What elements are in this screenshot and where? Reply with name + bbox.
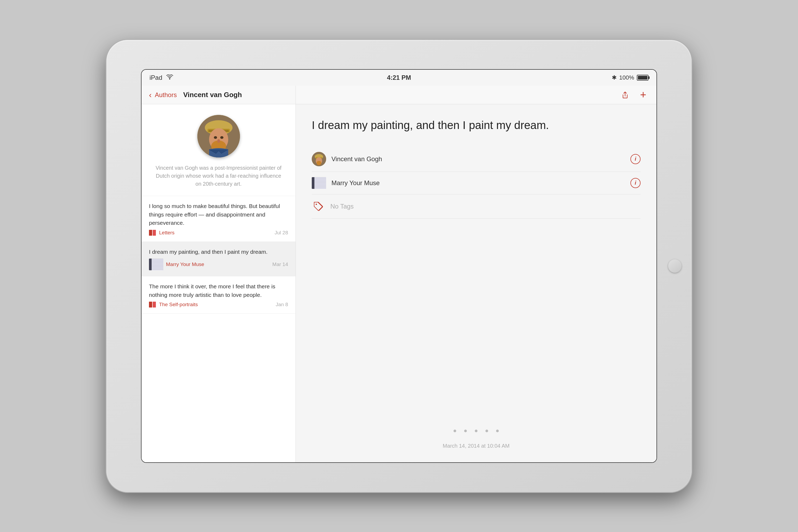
author-info-button[interactable]: i (630, 154, 641, 164)
status-left: iPad (150, 74, 173, 81)
source-label: Letters (159, 230, 174, 236)
breadcrumb-authors[interactable]: Authors (155, 91, 177, 99)
quote-date: Jul 28 (274, 230, 288, 236)
pagination-dot-3[interactable] (475, 430, 477, 432)
breadcrumb-current: Vincent van Gogh (183, 91, 242, 99)
svg-point-0 (169, 78, 170, 79)
main-area: ‹ Authors Vincent van Gogh (141, 86, 657, 462)
battery-fill (638, 76, 647, 79)
tag-icon (312, 200, 325, 213)
notebook-name-label: Marry Your Muse (331, 179, 380, 187)
pagination-dot-2[interactable] (464, 430, 467, 432)
svg-point-7 (214, 136, 217, 139)
author-bio: Vincent van Gogh was a post-Impressionis… (155, 164, 282, 188)
notebook-icon (149, 259, 163, 270)
battery-percent: 100% (619, 74, 634, 81)
notebook-info-row: Marry Your Muse i (312, 172, 641, 194)
wifi-icon (166, 75, 173, 81)
quote-meta: Marry Your Muse Mar 14 (149, 259, 288, 270)
left-panel: ‹ Authors Vincent van Gogh (141, 86, 296, 462)
quote-meta: Letters Jul 28 (149, 230, 288, 236)
ipad-device: iPad 4:21 PM ✱ 100% (107, 40, 691, 492)
book-icon (149, 230, 156, 236)
right-content: I dream my painting, and then I paint my… (296, 104, 657, 462)
ipad-screen: iPad 4:21 PM ✱ 100% (141, 69, 657, 463)
avatar (197, 115, 240, 157)
svg-point-15 (316, 204, 317, 205)
spacer (312, 218, 641, 422)
pagination-dot-1[interactable] (454, 430, 456, 432)
quote-text: I dream my painting, and then I paint my… (149, 248, 288, 256)
tags-row: No Tags (312, 194, 641, 218)
quote-date: Mar 14 (272, 262, 288, 267)
author-thumbnail (312, 152, 326, 166)
status-right: ✱ 100% (612, 74, 648, 81)
bluetooth-icon: ✱ (612, 74, 616, 81)
right-header: + (296, 86, 657, 104)
add-button[interactable]: + (637, 89, 649, 101)
pagination-dot-4[interactable] (486, 430, 488, 432)
book-icon (149, 302, 156, 307)
source-label: The Self-portraits (159, 302, 198, 307)
quote-meta: The Self-portraits Jan 8 (149, 302, 288, 307)
entry-timestamp: March 14, 2014 at 10:04 AM (312, 443, 641, 449)
pagination-dot-5[interactable] (496, 430, 499, 432)
device-label: iPad (150, 74, 162, 81)
no-tags-label: No Tags (330, 203, 354, 210)
quote-text: I long so much to make beautiful things.… (149, 202, 288, 227)
quote-text: The more I think it over, the more I fee… (149, 282, 288, 299)
svg-point-14 (317, 161, 321, 165)
main-quote-text: I dream my painting, and then I paint my… (312, 118, 641, 133)
home-button-area (668, 259, 682, 273)
status-time: 4:21 PM (387, 74, 411, 81)
author-row-left: Vincent van Gogh (312, 152, 382, 166)
list-item[interactable]: I dream my painting, and then I paint my… (141, 242, 296, 277)
back-chevron-icon: ‹ (149, 91, 152, 99)
quote-list: I long so much to make beautiful things.… (141, 196, 296, 462)
right-panel: + I dream my painting, and then I paint … (296, 86, 657, 462)
svg-point-8 (220, 136, 224, 139)
status-bar: iPad 4:21 PM ✱ 100% (141, 70, 657, 86)
share-button[interactable] (619, 89, 631, 101)
notebook-thumbnail (312, 177, 326, 189)
home-button[interactable] (668, 259, 682, 273)
author-info-row: Vincent van Gogh i (312, 147, 641, 172)
svg-point-9 (217, 139, 220, 143)
author-profile: Vincent van Gogh was a post-Impressionis… (141, 104, 296, 196)
notebook-info-button[interactable]: i (630, 178, 641, 188)
source-label: Marry Your Muse (166, 262, 204, 267)
quote-source[interactable]: The Self-portraits (149, 302, 198, 307)
quote-source[interactable]: Letters (149, 230, 174, 236)
battery-icon (637, 75, 648, 81)
quote-source[interactable]: Marry Your Muse (149, 259, 204, 270)
list-item[interactable]: The more I think it over, the more I fee… (141, 277, 296, 314)
list-item[interactable]: I long so much to make beautiful things.… (141, 196, 296, 242)
notebook-row-left: Marry Your Muse (312, 177, 380, 189)
author-name-label: Vincent van Gogh (331, 155, 382, 163)
quote-date: Jan 8 (276, 302, 288, 307)
pagination (312, 422, 641, 440)
left-header: ‹ Authors Vincent van Gogh (141, 86, 296, 104)
